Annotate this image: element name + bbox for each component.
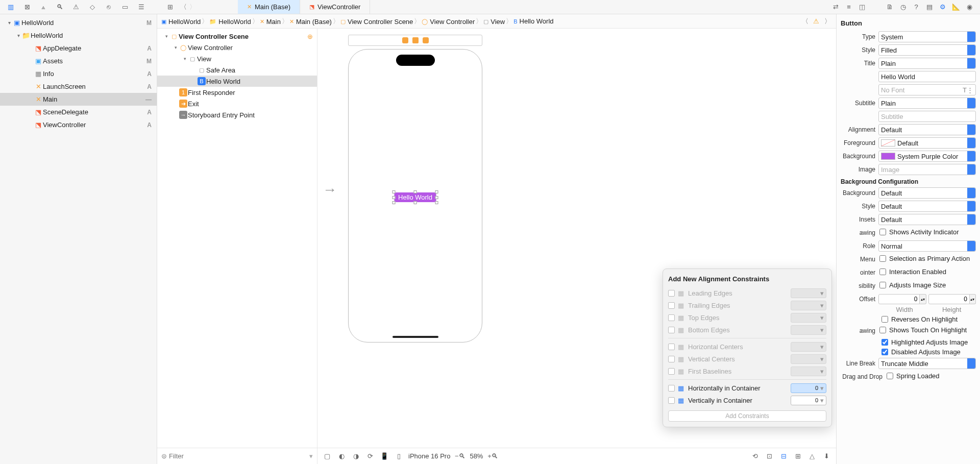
adjust-icon[interactable]: ⇄ [831,3,840,12]
device-body[interactable]: Hello World [348,49,482,343]
constraint-vertical-centers[interactable]: ▦Vertical Centers▾ [668,353,826,365]
outline-item-view[interactable]: ▾▢View [157,53,317,64]
constraint-checkbox[interactable] [668,356,675,362]
constraint-top-edges[interactable]: ▦Top Edges▾ [668,311,826,324]
constraint-first-baselines[interactable]: ▦First Baselines▾ [668,365,826,377]
role-select[interactable]: Normal [878,240,976,252]
title-mode-select[interactable]: Plain [878,58,976,69]
connections-icon[interactable]: ◉ [965,3,974,12]
alignment-select[interactable]: Default [878,124,976,135]
activity-indicator-checkbox[interactable] [879,229,886,235]
constraint-checkbox[interactable] [668,397,675,404]
breadcrumb-view-controller-scene[interactable]: ▢ View Controller Scene [340,18,413,26]
disclosure-icon[interactable]: ▾ [163,34,169,39]
download-icon[interactable]: ⬇ [822,452,831,461]
hello-world-button[interactable]: Hello World [394,192,436,202]
view-as-icon[interactable]: ▢ [323,452,332,461]
constraint-checkbox[interactable] [668,368,675,375]
constraint-bottom-edges[interactable]: ▦Bottom Edges▾ [668,324,826,336]
constraint-trailing-edges[interactable]: ▦Trailing Edges▾ [668,299,826,311]
constraint-leading-edges[interactable]: ▦Leading Edges▾ [668,287,826,299]
nav-item-viewcontroller[interactable]: ⬔ViewControllerA [0,118,157,131]
subtitle-mode-select[interactable]: Plain [878,97,976,109]
file-icon[interactable]: 🗎 [885,3,894,12]
nav-item-appdelegate[interactable]: ⬔AppDelegateA [0,42,157,55]
constraint-checkbox[interactable] [668,290,675,297]
outline-item-hello-world[interactable]: BHello World [157,76,317,87]
nav-item-scenedelegate[interactable]: ⬔SceneDelegateA [0,106,157,118]
orientation-icon[interactable]: ⟳ [365,452,375,461]
jumpbar-forward-icon[interactable]: 〉 [823,17,832,26]
line-break-select[interactable]: Truncate Middle [878,358,976,369]
subtitle-text-field[interactable]: Subtitle [878,111,976,122]
constraint-vertically-in-container[interactable]: ▦Vertically in Container0▾ [668,394,826,406]
x-square-icon[interactable]: ⊠ [22,3,32,12]
project-root[interactable]: ▾ ▣ HelloWorld M [0,16,157,29]
filter-input[interactable] [169,452,307,460]
search-icon[interactable]: 🔍︎ [55,3,64,12]
disabled-adjusts-checkbox[interactable] [881,349,888,355]
breadcrumb-hello-world[interactable]: B Hello World [513,17,553,25]
outline-item-view-controller[interactable]: ▾◯View Controller [157,42,317,53]
image-select[interactable]: Image [878,164,976,175]
appearance-icon[interactable]: ◑ [351,452,360,461]
reverses-checkbox[interactable] [881,316,888,323]
nav-item-assets[interactable]: ▣AssetsM [0,55,157,67]
group-item[interactable]: ▾ 📁 HelloWorld [0,29,157,42]
device2-icon[interactable]: ▯ [394,452,403,461]
breadcrumb-helloworld[interactable]: ▣ HelloWorld [161,18,201,26]
stepper[interactable]: ▴▾ [920,294,926,304]
update-frames-icon[interactable]: ⟲ [750,452,760,461]
breadcrumb-view-controller[interactable]: ◯ View Controller [422,18,475,26]
scene-header[interactable] [348,35,482,46]
offset-height-input[interactable] [928,294,970,304]
constraint-horizontally-in-container[interactable]: ▦Horizontally in Container0▾ [668,382,826,394]
constraint-checkbox[interactable] [668,385,675,392]
pin-icon[interactable]: ⊞ [793,452,802,461]
font-field[interactable]: No FontT⋮ [878,84,976,95]
back-icon[interactable]: 〈 [179,3,188,12]
highlighted-adjusts-checkbox[interactable] [881,339,888,346]
breadcrumb-helloworld[interactable]: 📁 HelloWorld [209,18,251,26]
stepper[interactable]: ▴▾ [970,294,976,304]
add-constraints-button[interactable]: Add Constraints [668,410,826,422]
history-icon[interactable]: ◷ [898,3,908,12]
bookmark-icon[interactable]: ⟁ [39,3,48,12]
constraint-horizontal-centers[interactable]: ▦Horizontal Centers▾ [668,340,826,353]
align-icon[interactable]: ⊟ [779,452,788,461]
breadcrumb-main[interactable]: ✕ Main [260,18,281,26]
style-select[interactable]: Filled [878,44,976,56]
outline-item-first-responder[interactable]: 1First Responder [157,87,317,98]
jumpbar-warning-icon[interactable]: ⚠︎ [812,17,821,26]
outline-item-exit[interactable]: ➜Exit [157,98,317,109]
offset-width-input[interactable] [878,294,920,304]
breadcrumb-main-(base)[interactable]: ✕ Main (Base) [289,18,332,26]
report-icon[interactable]: ☰ [137,3,146,12]
debug-icon[interactable]: ⎋ [104,3,113,12]
insets-select[interactable]: Default [878,214,976,225]
warning-icon[interactable]: ⚠︎ [71,3,81,12]
spring-loaded-checkbox[interactable] [887,373,893,379]
constraint-checkbox[interactable] [668,344,675,350]
device-icon[interactable]: 📱 [380,452,389,461]
zoom-out-icon[interactable]: −🔍︎ [455,452,464,461]
help-icon[interactable]: ? [912,3,921,12]
title-text-field[interactable]: Hello World [878,71,976,82]
disclosure-icon[interactable]: ▾ [6,20,12,26]
lines-icon[interactable]: ≡ [844,3,853,12]
identity-icon[interactable]: ▤ [925,3,934,12]
sidebar-right-icon[interactable]: ◫ [857,3,867,12]
filter-options-icon[interactable]: ▾ [309,452,313,460]
tab-main-base[interactable]: ✕ Main (Base) [238,0,300,14]
tab-viewcontroller[interactable]: ⬔ ViewController [300,0,370,14]
menu-checkbox[interactable] [879,255,886,262]
disclosure-icon[interactable]: ▾ [15,33,21,38]
foreground-select[interactable]: Default [878,137,976,149]
zoom-in-icon[interactable]: +🔍︎ [488,452,497,461]
pointer-checkbox[interactable] [879,268,886,275]
folder-icon[interactable]: ▥ [6,3,15,12]
disclosure-icon[interactable]: ▾ [182,56,188,61]
resolve-icon[interactable]: △ [807,452,817,461]
constraint-checkbox[interactable] [668,302,675,309]
disclosure-icon[interactable]: ▾ [173,45,179,50]
